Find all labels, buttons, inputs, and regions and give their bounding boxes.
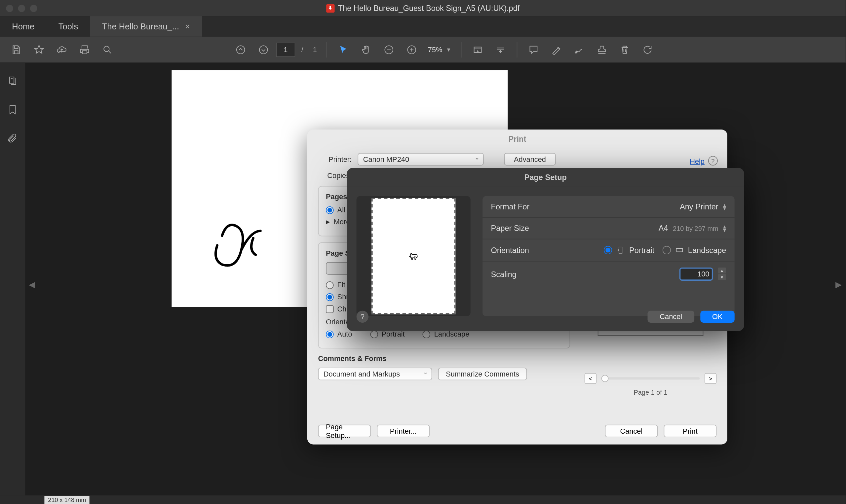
orientation-row: Orientation Portrait Landscape	[482, 239, 735, 262]
sidepanel	[0, 63, 25, 496]
highlight-button[interactable]	[546, 40, 567, 60]
stamp-button[interactable]	[592, 40, 612, 60]
fit-label: Fit	[337, 281, 345, 289]
comments-select[interactable]: Document and Markups	[318, 367, 432, 380]
print-help-link[interactable]: Help	[690, 157, 705, 165]
page-setup-help-button[interactable]: ?	[356, 311, 369, 323]
maximize-window-button[interactable]	[30, 5, 37, 12]
tab-tools[interactable]: Tools	[46, 16, 90, 37]
toolbar-separator	[327, 42, 327, 57]
format-for-row[interactable]: Format For Any Printer ▴▾	[482, 196, 735, 218]
orient-landscape-label: Landscape	[434, 330, 470, 338]
scaling-row: Scaling ▲ ▼	[482, 262, 735, 287]
chevron-updown-icon: ▴▾	[723, 224, 726, 232]
delete-button[interactable]	[615, 40, 635, 60]
comments-section-title: Comments & Forms	[318, 354, 570, 363]
pages-all-radio[interactable]	[326, 206, 334, 214]
page-down-button[interactable]	[253, 40, 274, 60]
select-tool[interactable]	[333, 40, 354, 60]
page-setup-ok-button[interactable]: OK	[700, 311, 735, 323]
print-confirm-button[interactable]: Print	[664, 425, 717, 437]
preview-prev-button[interactable]: <	[585, 373, 597, 384]
page-setup-options: Format For Any Printer ▴▾ Paper Size A4 …	[482, 196, 735, 316]
toolbar-separator	[461, 42, 462, 57]
shrink-radio[interactable]	[326, 293, 334, 301]
page-setup-footer: ? Cancel OK	[356, 311, 735, 323]
titlebar: ⬇ The Hello Bureau_Guest Book Sign_A5 (A…	[0, 0, 846, 16]
hand-tool[interactable]	[356, 40, 376, 60]
cloud-button[interactable]	[52, 40, 72, 60]
fit-width-button[interactable]	[468, 40, 488, 60]
paper-size-row[interactable]: Paper Size A4 210 by 297 mm ▴▾	[482, 218, 735, 239]
page-up-button[interactable]	[230, 40, 251, 60]
choose-source-checkbox[interactable]	[326, 305, 334, 313]
portrait-radio[interactable]: Portrait	[604, 246, 654, 255]
comment-button[interactable]	[524, 40, 544, 60]
print-footer: Page Setup... Printer... Cancel Print	[318, 425, 717, 437]
landscape-label: Landscape	[688, 246, 726, 255]
stepper-down-icon[interactable]: ▼	[718, 274, 726, 280]
page-setup-preview-page	[371, 198, 455, 314]
prev-page-chevron[interactable]: ◀	[29, 279, 35, 289]
scaling-input[interactable]	[680, 268, 713, 281]
tab-document-label: The Hello Bureau_...	[102, 21, 179, 31]
disclosure-icon[interactable]: ▶	[326, 219, 330, 225]
preview-page-label: Page 1 of 1	[585, 389, 717, 396]
paper-size-value: A4	[659, 223, 668, 233]
fit-page-button[interactable]	[490, 40, 511, 60]
print-dialog-title: Print	[307, 129, 727, 148]
summarize-button[interactable]: Summarize Comments	[438, 367, 527, 380]
preview-slider[interactable]	[601, 377, 700, 379]
orient-auto-radio[interactable]	[326, 330, 334, 338]
page-number-input[interactable]	[276, 42, 295, 57]
zoom-select[interactable]: 75% ▼	[424, 46, 455, 54]
page-setup-button[interactable]: Page Setup...	[318, 425, 371, 437]
page-setup-cancel-button[interactable]: Cancel	[648, 311, 694, 323]
sign-button[interactable]	[569, 40, 589, 60]
star-button[interactable]	[29, 40, 49, 60]
pages-all-label: All	[337, 206, 345, 214]
orientation-label: Orientation	[491, 246, 529, 255]
orient-landscape-radio[interactable]	[423, 330, 430, 338]
pdf-icon: ⬇	[326, 4, 334, 12]
statusbar: 210 x 148 mm	[25, 496, 845, 504]
advanced-button[interactable]: Advanced	[504, 153, 556, 165]
close-window-button[interactable]	[6, 5, 13, 12]
page-separator: /	[301, 46, 303, 54]
printer-select[interactable]: Canon MP240	[357, 153, 483, 165]
slider-knob[interactable]	[601, 375, 609, 382]
tab-document[interactable]: The Hello Bureau_... ×	[90, 16, 202, 37]
print-help-icon[interactable]: ?	[708, 156, 718, 165]
print-cancel-button[interactable]: Cancel	[605, 425, 658, 437]
thumbnails-button[interactable]	[5, 74, 20, 88]
search-button[interactable]	[97, 40, 118, 60]
scaling-stepper[interactable]: ▲ ▼	[718, 268, 726, 281]
tab-close-button[interactable]: ×	[185, 21, 190, 31]
next-page-chevron[interactable]: ▶	[835, 279, 842, 289]
bookmarks-button[interactable]	[5, 103, 20, 117]
zoom-value: 75%	[428, 46, 442, 54]
portrait-icon	[616, 246, 625, 255]
page-total: 1	[313, 46, 317, 54]
dog-icon	[408, 251, 419, 262]
print-button[interactable]	[74, 40, 95, 60]
print-preview-nav: < > Page 1 of 1	[585, 373, 717, 396]
stepper-up-icon[interactable]: ▲	[718, 268, 726, 273]
svg-point-1	[236, 46, 245, 54]
landscape-radio[interactable]: Landscape	[663, 246, 726, 255]
svg-point-5	[411, 255, 411, 255]
attachments-button[interactable]	[5, 131, 20, 146]
toolbar-separator	[517, 42, 517, 57]
printer-settings-button[interactable]: Printer...	[377, 425, 429, 437]
minimize-window-button[interactable]	[18, 5, 25, 12]
orient-portrait-radio[interactable]	[370, 330, 378, 338]
zoom-in-button[interactable]	[402, 40, 422, 60]
rotate-button[interactable]	[637, 40, 658, 60]
tab-home[interactable]: Home	[0, 16, 46, 37]
landscape-icon	[675, 246, 684, 255]
format-for-value: Any Printer	[680, 202, 719, 211]
fit-radio[interactable]	[326, 281, 334, 289]
save-button[interactable]	[6, 40, 27, 60]
preview-next-button[interactable]: >	[705, 373, 717, 384]
zoom-out-button[interactable]	[379, 40, 399, 60]
